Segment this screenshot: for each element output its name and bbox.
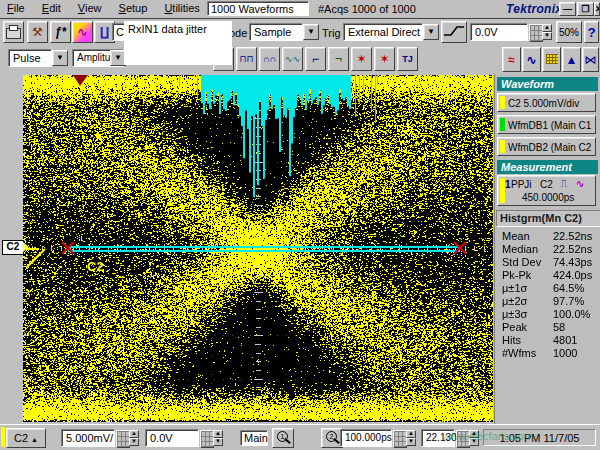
measurement-panel-header: Measurement (497, 160, 598, 174)
tools-button[interactable]: ⚒ (27, 21, 48, 43)
waveform-db2-button[interactable]: WfmDB2 (Main C2 (497, 137, 596, 156)
bowtie-icon: ⋈ (585, 53, 597, 67)
stat-row-stddev: Std Dev74.43ps (496, 256, 598, 269)
fx-icon: ƒ* (55, 25, 66, 39)
zoom-percent-button[interactable]: 50% (556, 21, 582, 43)
tektronix-logo: Tektronix⁄ (506, 2, 565, 16)
measurement-ppji-button[interactable]: 1 PPJi C2 ⎍ ∿ 450.0000ps (497, 175, 596, 206)
horizontal-scale-stepper[interactable]: ▲▼ (406, 430, 416, 446)
keypad-icon[interactable] (393, 430, 407, 448)
sine-burst-icon: ∿∿ (285, 54, 300, 64)
menu-edit[interactable]: Edit (35, 0, 68, 18)
step-down-icon[interactable]: ▼ (129, 438, 139, 446)
waveform-count-readout: 1000 Waveforms (207, 1, 309, 16)
trigger-level-input[interactable]: 0.0V (470, 23, 528, 41)
restore-button[interactable]: ❐ (577, 2, 594, 16)
keypad-icon[interactable] (200, 430, 214, 448)
keypad-icon[interactable] (116, 430, 130, 448)
horizontal-zoom1-button[interactable]: 1 (272, 428, 294, 448)
stat-row-median: Median22.52ns (496, 243, 598, 256)
context-help-button[interactable]: ? (584, 21, 599, 43)
close-button[interactable]: ✕ (594, 2, 600, 16)
trigger-level-stepper[interactable]: ▲▼ (542, 24, 552, 40)
menu-file[interactable]: File (0, 0, 32, 18)
histogram-panel-header[interactable]: Histgrm(Mn C2) (496, 210, 600, 227)
horizontal-position-stepper[interactable]: ▲▼ (469, 430, 479, 446)
meas-pulse-train-button[interactable]: ⊓⊓ (236, 47, 257, 71)
trigger-select-arrow[interactable]: ▼ (423, 24, 439, 40)
oscilloscope-app-window: File Edit View Setup Utilities Help 1000… (0, 0, 600, 450)
step-down-icon[interactable]: ▼ (469, 438, 479, 446)
step-up-icon[interactable]: ▲ (129, 430, 139, 438)
meas-sine-burst-button[interactable]: ∿∿ (282, 47, 303, 71)
acqs-readout: #Acqs 1000 of 1000 (318, 3, 416, 15)
mode-select-arrow[interactable]: ▼ (303, 24, 319, 40)
stat-row-mu3sigma: μ±3σ100.0% (496, 308, 598, 321)
tooltip-rxin1: RxIN1 data jitter (124, 21, 232, 65)
vertical-scale-stepper[interactable]: ▲▼ (129, 430, 139, 446)
meas-m-burst-button[interactable]: ∩∩ (259, 47, 280, 71)
waveform-c2-button[interactable]: C2 5.000mV/div (497, 93, 596, 112)
horizontal-position-input[interactable]: 22.130n (421, 429, 455, 447)
display-histogram-button[interactable] (542, 47, 561, 72)
trig-label: Trig (322, 27, 341, 39)
pulse-train-icon: ⊓⊓ (239, 54, 253, 64)
channel-color-stripe (1, 427, 5, 447)
keypad-icon[interactable] (456, 430, 470, 448)
step-down-icon[interactable]: ▼ (213, 438, 223, 446)
waveform-display-button[interactable]: ∿ (72, 21, 93, 43)
trigger-select[interactable]: External Direct (343, 23, 423, 41)
waveform-db1-button[interactable]: WfmDB1 (Main C1 (497, 115, 596, 134)
vertical-offset-stepper[interactable]: ▲▼ (213, 430, 223, 446)
menu-view[interactable]: View (71, 0, 109, 18)
trigger-slope-button[interactable] (441, 21, 467, 43)
channel-select-button[interactable]: C2 ▲ (6, 428, 46, 448)
step-down-icon[interactable]: ▼ (406, 438, 416, 446)
meas-jitter-burst2-button[interactable]: ✶ (374, 47, 395, 71)
m-burst-icon: ∩∩ (263, 54, 276, 64)
channel-c2-marker[interactable]: C2 (2, 240, 24, 255)
c2-color-stripe (500, 96, 505, 109)
display-vectors-button[interactable]: ≈ (502, 47, 521, 72)
vector-dashes-icon: ≈ (508, 53, 515, 67)
display-persistence-button[interactable]: ▲ (562, 47, 581, 72)
eye-diagram-canvas[interactable] (23, 75, 493, 422)
sine-display-icon: ∿ (526, 53, 536, 67)
mode-select[interactable]: Sample (249, 23, 303, 41)
meas-rise-time-button[interactable]: ⌐ (305, 47, 326, 71)
menu-setup[interactable]: Setup (112, 0, 155, 18)
fall-time-icon: ¬ (335, 52, 342, 66)
rising-edge-icon (443, 24, 465, 38)
waveform-icon: ∿ (77, 25, 87, 39)
minimize-button[interactable]: — (559, 2, 576, 16)
vertical-scale-input[interactable]: 5.000mV/ (61, 429, 115, 447)
step-up-icon[interactable]: ▲ (469, 430, 479, 438)
meas-tie-jitter-button[interactable]: TJ (397, 47, 418, 71)
measure-class-arrow[interactable]: ▼ (52, 50, 68, 66)
display-sine-button[interactable]: ∿ (522, 47, 541, 72)
stat-row-pkpk: Pk-Pk424.0ps (496, 269, 598, 282)
step-up-icon[interactable]: ▲ (213, 430, 223, 438)
keypad-icon[interactable] (529, 24, 543, 42)
print-button[interactable] (3, 21, 24, 43)
meas-fall-time-button[interactable]: ¬ (328, 47, 349, 71)
menu-utilities[interactable]: Utilities (157, 0, 206, 18)
step-up-icon[interactable]: ▲ (542, 24, 552, 32)
stat-row-mean: Mean22.52ns (496, 230, 598, 243)
step-down-icon[interactable]: ▼ (542, 32, 552, 40)
wave-glyph-icon: ∿ (576, 178, 584, 189)
vertical-offset-input[interactable]: 0.0V (145, 429, 199, 447)
red-burst-icon: ✶ (379, 52, 389, 66)
rise-time-icon: ⌐ (312, 52, 319, 66)
display-eye-button[interactable]: ⋈ (582, 47, 599, 72)
red-burst-icon: ✶ (356, 52, 366, 66)
step-up-icon[interactable]: ▲ (406, 430, 416, 438)
measure-class-select[interactable]: Pulse (8, 49, 52, 67)
meas-jitter-burst1-button[interactable]: ✶ (351, 47, 372, 71)
db1-color-stripe (500, 118, 505, 131)
function-button[interactable]: ƒ* (50, 21, 71, 43)
stat-row-mu1sigma: μ±1σ64.5% (496, 282, 598, 295)
horizontal-scale-input[interactable]: 100.000ps (340, 429, 392, 447)
stat-row-peak: Peak58 (496, 321, 598, 334)
help-arrow-icon: ? (587, 25, 595, 40)
